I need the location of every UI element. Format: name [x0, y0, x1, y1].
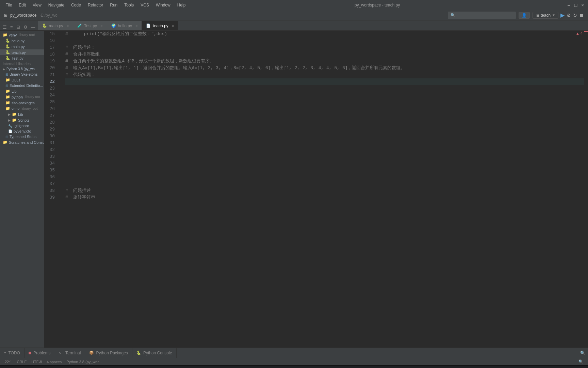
- menu-file[interactable]: File: [3, 2, 15, 8]
- expand-btn[interactable]: ⊟: [15, 24, 21, 30]
- tab-test-py[interactable]: 🧪 Test.py ×: [73, 21, 107, 30]
- menu-view[interactable]: View: [30, 2, 44, 8]
- sidebar-item-dlls[interactable]: 📁 DLLs: [0, 77, 44, 83]
- sidebar-item-python38[interactable]: ▶ Python 3.8 (py_wo...: [0, 66, 44, 72]
- status-line-col[interactable]: 22:1: [3, 360, 14, 364]
- tab-main-py-close[interactable]: ×: [67, 24, 69, 28]
- sidebar-item-binary-skeletons[interactable]: ⊞ Binary Skeletons: [0, 72, 44, 77]
- user-menu[interactable]: 👤: [519, 12, 530, 19]
- status-indent[interactable]: 4 spaces: [45, 360, 64, 364]
- sidebar-item-lib[interactable]: 📁 Lib: [0, 88, 44, 94]
- bottom-tab-packages[interactable]: 📦 Python Packages: [85, 348, 132, 358]
- bottom-tab-console[interactable]: 🐍 Python Console: [132, 348, 177, 358]
- sidebar-item-gitignore[interactable]: 🔧 .gitignore: [0, 123, 44, 128]
- ln-24: 24: [44, 92, 58, 99]
- menu-navigate[interactable]: Navigate: [46, 2, 67, 8]
- tab-teach-py[interactable]: 📄 teach.py ×: [142, 21, 178, 30]
- problems-dot: [29, 352, 31, 354]
- taskbar-edge[interactable]: e: [35, 367, 49, 368]
- sidebar-toggle[interactable]: ☰: [1, 24, 8, 30]
- collapse-btn[interactable]: ≡: [9, 24, 14, 30]
- menu-vcs[interactable]: VCS: [138, 2, 152, 8]
- status-line-ending[interactable]: CRLF: [15, 360, 29, 364]
- menu-window[interactable]: Window: [153, 2, 173, 8]
- sidebar-item-hello-py[interactable]: 🐍 hello.py: [0, 38, 44, 44]
- sidebar-item-teach-py[interactable]: 🐍 teach.py: [0, 49, 44, 55]
- reload-button[interactable]: ↻: [573, 13, 577, 18]
- code-editor[interactable]: 15 16 17 18 19 20 21 22 23 24 25 26 27 2…: [44, 31, 588, 348]
- menu-tools[interactable]: Tools: [121, 2, 136, 8]
- editor-area: 15 16 17 18 19 20 21 22 23 24 25 26 27 2…: [44, 31, 588, 348]
- code-line-27: [65, 112, 584, 119]
- tab-main-py-label: main.py: [49, 24, 63, 28]
- maximize-button[interactable]: □: [573, 2, 578, 8]
- code-line-39: # 旋转字符串: [65, 194, 584, 201]
- code-line-26: [65, 106, 584, 112]
- minimize-panel[interactable]: —: [30, 24, 37, 30]
- bottom-tab-todo[interactable]: ≡ TODO: [0, 348, 24, 358]
- status-bar: 22:1 CRLF UTF-8 4 spaces Python 3.8 (py_…: [0, 358, 588, 365]
- sidebar-item-venv-libroot[interactable]: 📁 venv library root: [0, 106, 44, 111]
- taskbar-windows-button[interactable]: ⊞: [3, 367, 16, 368]
- menu-refactor[interactable]: Refactor: [85, 2, 106, 8]
- tab-teach-py-label: teach.py: [153, 24, 168, 28]
- ln-17: 17: [44, 44, 58, 51]
- code-line-33: [65, 153, 584, 160]
- search-bar[interactable]: 🔍: [448, 12, 516, 19]
- run-toolbar: 🖥 teach ▼ ▶ ⚙ ↻ ⏹: [533, 12, 584, 19]
- ln-19: 19: [44, 58, 58, 65]
- settings-btn[interactable]: ⚙: [22, 24, 29, 30]
- sidebar-item-test-py[interactable]: 🐍 Test.py: [0, 55, 44, 61]
- taskbar-firefox[interactable]: 🦊: [52, 367, 65, 368]
- stop-button[interactable]: ⏹: [579, 13, 584, 18]
- taskbar-pycharm[interactable]: 🖥: [68, 367, 82, 368]
- status-python-version[interactable]: Python 3.8 (py_wor...: [64, 360, 103, 364]
- menu-code[interactable]: Code: [68, 2, 84, 8]
- sidebar-item-python-libroot[interactable]: 📁 python library roo: [0, 94, 44, 100]
- menu-run[interactable]: Run: [107, 2, 120, 8]
- tab-test-py-close[interactable]: ×: [100, 24, 102, 28]
- sidebar-item-typeshed[interactable]: ⊞ Typeshed Stubs: [0, 134, 44, 139]
- settings-button[interactable]: ⚙: [567, 13, 571, 18]
- run-config-label: teach: [541, 13, 551, 18]
- error-indicator: ▲ 4: [576, 31, 583, 35]
- ln-28: 28: [44, 119, 58, 126]
- code-line-22[interactable]: [65, 78, 584, 85]
- window-title: py_wordspace - teach.py: [188, 3, 566, 7]
- sidebar-item-lib2[interactable]: ▶ 📁 Lib: [0, 111, 44, 117]
- sidebar-item-pyvenv[interactable]: 📄 pyvenv.cfg: [0, 128, 44, 134]
- sidebar-item-site-packages[interactable]: 📁 site-packages: [0, 100, 44, 106]
- menu-help[interactable]: Help: [175, 2, 189, 8]
- code-line-36: [65, 174, 584, 181]
- close-button[interactable]: ×: [580, 2, 585, 8]
- ln-35: 35: [44, 167, 58, 174]
- sidebar-item-extended-def[interactable]: ⊞ Extended Definitio...: [0, 83, 44, 88]
- status-encoding[interactable]: UTF-8: [29, 360, 44, 364]
- code-line-37: [65, 181, 584, 187]
- sidebar-item-scratches[interactable]: 📁 Scratches and Consoles: [0, 139, 44, 145]
- bottom-tab-problems[interactable]: Problems: [24, 348, 55, 358]
- ln-29: 29: [44, 126, 58, 133]
- ln-39: 39: [44, 194, 58, 201]
- run-config-selector[interactable]: 🖥 teach ▼: [533, 12, 558, 19]
- code-content[interactable]: # print("输出反转后的二位整数：",dns) # 问题描述： # 合并排…: [61, 31, 584, 348]
- project-path: E:/py_wo: [40, 13, 57, 18]
- ln-25: 25: [44, 99, 58, 106]
- code-line-21: # 代码实现：: [65, 72, 584, 78]
- menu-edit[interactable]: Edit: [16, 2, 29, 8]
- minimize-button[interactable]: –: [566, 2, 572, 8]
- code-line-28: [65, 119, 584, 126]
- sidebar-item-venv-root[interactable]: 📁 venv library root: [0, 32, 44, 38]
- sidebar-item-scripts[interactable]: ▶ 📁 Scripts: [0, 117, 44, 123]
- tab-teach-py-close[interactable]: ×: [172, 24, 174, 28]
- tab-hello-py-close[interactable]: ×: [135, 24, 137, 28]
- bottom-tab-terminal[interactable]: >_ Terminal: [55, 348, 85, 358]
- run-button[interactable]: ▶: [560, 12, 565, 18]
- tab-main-py[interactable]: 🐍 main.py ×: [38, 21, 73, 30]
- tab-hello-py[interactable]: 🌍 hello.py ×: [107, 21, 142, 30]
- gutter-warning-marker: [584, 31, 588, 32]
- search-icon-bottom[interactable]: 🔍: [580, 351, 585, 355]
- sidebar-item-main-py[interactable]: 🐍 main.py: [0, 44, 44, 49]
- status-search[interactable]: 🔍: [576, 359, 585, 364]
- taskbar-chrome[interactable]: [19, 367, 33, 368]
